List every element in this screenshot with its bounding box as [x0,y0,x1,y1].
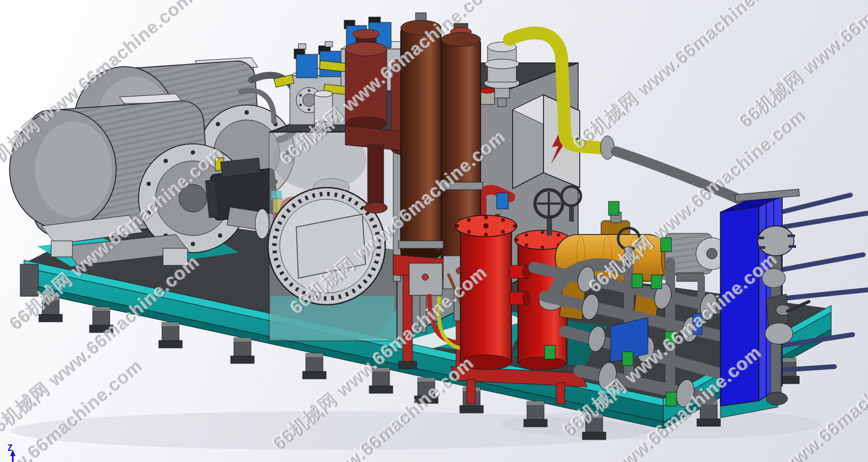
tie-rods [781,195,867,370]
z-axis-triad: Z [7,443,12,453]
machine-render: 3D CAD rendering of a skid-mounted hydra… [0,0,868,462]
cad-render-stage: 3D CAD rendering of a skid-mounted hydra… [0,0,868,462]
z-axis-arrow-icon [6,450,19,461]
ground-shadow [11,409,821,450]
